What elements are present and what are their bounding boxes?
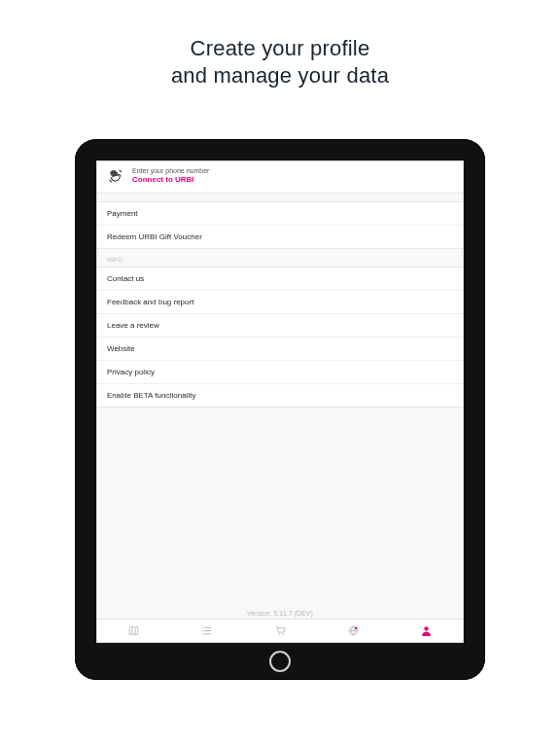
tablet-frame: Enter your phone number Connect to URBI … — [75, 139, 485, 680]
svg-point-5 — [202, 633, 203, 634]
wave-hand-icon — [107, 167, 124, 185]
tab-profile[interactable] — [390, 620, 463, 642]
headline-line2: and manage your data — [0, 62, 560, 89]
tab-list[interactable] — [170, 620, 243, 642]
bottom-tab-bar — [97, 619, 463, 642]
row-label: Website — [107, 344, 135, 353]
row-label: Payment — [107, 209, 138, 218]
map-icon — [127, 624, 140, 637]
row-feedback[interactable]: Feedback and bug report — [97, 291, 463, 314]
settings-group-info: Contact us Feedback and bug report Leave… — [97, 267, 463, 408]
headline-line1: Create your profile — [191, 36, 370, 60]
globe-icon — [347, 624, 360, 637]
row-label: Feedback and bug report — [107, 298, 193, 306]
svg-point-12 — [424, 626, 428, 630]
row-payment[interactable]: Payment — [97, 202, 463, 226]
connect-card[interactable]: Enter your phone number Connect to URBI — [97, 161, 463, 194]
svg-point-7 — [282, 634, 284, 636]
row-label: Privacy policy — [107, 368, 155, 376]
row-website[interactable]: Website — [97, 338, 463, 361]
row-redeem-voucher[interactable]: Redeem URBI Gift Voucher — [97, 226, 463, 248]
profile-icon — [420, 624, 433, 637]
version-label: Version: 5.11.7 (DEV) — [97, 610, 463, 617]
list-icon — [200, 624, 213, 637]
row-label: Enable BETA functionality — [107, 391, 195, 400]
svg-point-11 — [355, 627, 357, 629]
tab-cart[interactable] — [243, 620, 316, 642]
row-label: Redeem URBI Gift Voucher — [107, 232, 202, 241]
app-screen: Enter your phone number Connect to URBI … — [96, 160, 464, 643]
settings-group-account: Payment Redeem URBI Gift Voucher — [97, 201, 463, 249]
connect-main-text: Connect to URBI — [132, 175, 209, 185]
row-label: Contact us — [107, 274, 144, 283]
row-contact-us[interactable]: Contact us — [97, 267, 463, 291]
svg-point-6 — [278, 634, 280, 636]
tab-map[interactable] — [97, 620, 170, 642]
cart-icon — [274, 624, 287, 637]
marketing-headline: Create your profile and manage your data — [0, 0, 560, 89]
row-leave-review[interactable]: Leave a review — [97, 314, 463, 338]
section-header-info: INFO — [97, 249, 463, 267]
tab-globe[interactable] — [317, 620, 390, 642]
row-privacy-policy[interactable]: Privacy policy — [97, 361, 463, 384]
row-label: Leave a review — [107, 321, 159, 330]
connect-subtext: Enter your phone number — [132, 167, 209, 175]
device-home-button — [269, 651, 291, 672]
svg-point-3 — [202, 627, 203, 628]
svg-point-4 — [202, 630, 203, 631]
row-enable-beta[interactable]: Enable BETA functionality — [97, 384, 463, 407]
